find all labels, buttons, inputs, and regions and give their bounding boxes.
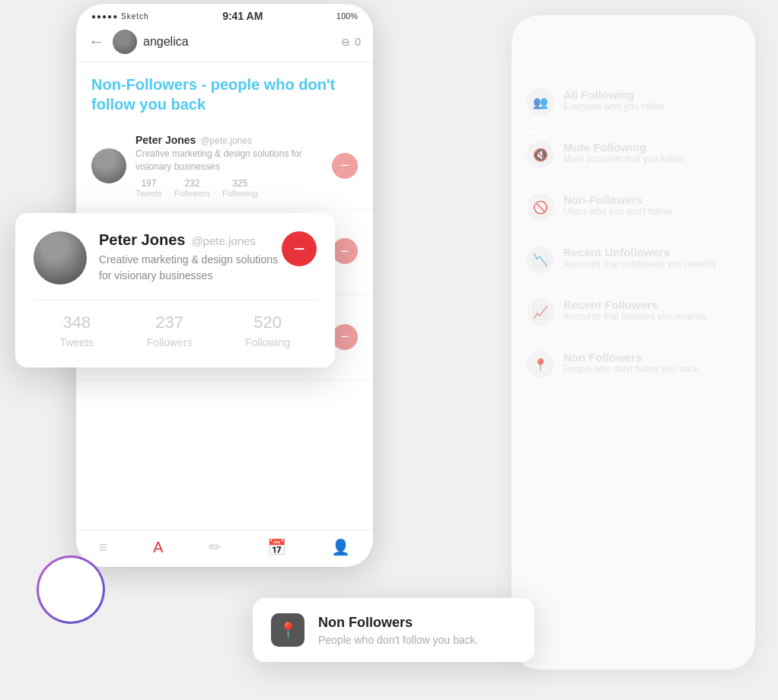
popup-handle: @pete.jones [191,234,255,247]
tooltip-card: 📍 Non Followers People who don't follow … [253,598,534,662]
bg-menu-item-1: 👥 All Following Everyone who you follow. [527,76,740,129]
popup-stat-tweets: 348 Tweets [60,313,94,349]
nav-avatar-image [113,30,137,54]
user-bio-peter: Creative marketing & design solutions fo… [136,148,332,173]
tab-bar: ≡ A ✏ 📅 👤 [76,530,373,567]
back-button[interactable]: ← [88,32,105,52]
tab-compose[interactable]: ✏ [209,538,222,556]
popup-stat-following: 520 Following [245,313,290,349]
circle-accent [37,555,105,624]
bg-menu-item-5: 📈 Recent Followers Accounts that followe… [527,286,740,339]
bg-item-sub-3: Users who you don't follow. [563,206,674,217]
bg-menu-item-3: 🚫 Non-Followers Users who you don't foll… [527,181,740,234]
unfollow-button-peter[interactable]: − [332,153,358,179]
popup-stat-tweets-label: Tweets [60,336,94,348]
nav-avatar [113,30,137,54]
nav-minus-icon: ⊖ [341,36,350,48]
nav-username: angelica [143,35,341,49]
user-name-peter: Peter Jones [136,134,196,146]
bg-item-title-5: Recent Followers [563,298,709,311]
bg-item-sub-4: Accounts that unfollowed you recently. [563,259,719,269]
stat-following-label-peter: Following [222,189,257,198]
bg-item-icon-3: 🚫 [527,193,554,221]
bg-item-icon-5: 📈 [527,298,554,326]
unfollow-button-amisha[interactable]: − [332,324,358,350]
status-signal: ●●●●● Sketch [91,12,149,21]
background-phone-right: 👥 All Following Everyone who you follow.… [512,15,755,670]
popup-avatar [33,231,87,285]
bg-item-title-3: Non-Followers [563,193,674,206]
popup-stat-following-label: Following [245,336,290,348]
stat-following-num-peter: 325 [222,178,257,189]
bg-menu-item-6: 📍 Non Followers People who don't follow … [527,339,740,391]
popup-unfollow-button[interactable]: − [282,231,317,266]
bg-item-title-2: Mute Following [563,141,686,154]
tab-calendar[interactable]: 📅 [267,538,286,556]
tooltip-subtitle: People who don't follow you back. [318,634,478,646]
bg-item-icon-1: 👥 [527,88,554,116]
unfollow-button-alex[interactable]: − [332,238,358,264]
nav-count: 0 [355,36,361,48]
status-bar: ●●●●● Sketch 9:41 AM 100% [76,4,373,25]
bg-item-sub-5: Accounts that followed you recently. [563,311,709,322]
bg-item-icon-4: 📉 [527,246,554,273]
status-battery: 100% [336,11,358,21]
bg-item-title-4: Recent Unfollowers [563,246,719,259]
bg-item-sub-1: Everyone who you follow. [563,101,666,112]
stat-tweets-num-peter: 197 [136,178,162,189]
popup-user-info: Peter Jones @pete.jones Creative marketi… [99,231,282,284]
tab-search[interactable]: A [153,539,163,556]
tooltip-title: Non Followers [318,615,478,631]
bg-item-icon-2: 🔇 [527,141,554,168]
avatar-peter [91,148,126,183]
nav-bar: ← angelica ⊖ 0 [76,25,373,62]
stat-followers-label-peter: Followers [174,189,210,198]
page-header: Non-Followers - people who don't follow … [76,62,373,123]
page-title: Non-Followers - people who don't follow … [91,75,358,114]
tab-home[interactable]: ≡ [99,539,108,556]
tab-profile[interactable]: 👤 [331,538,350,556]
popup-stats: 348 Tweets 237 Followers 520 Following [33,300,317,349]
profile-popup: Peter Jones @pete.jones Creative marketi… [15,213,335,368]
bg-menu-item-2: 🔇 Mute Following Mute accounts that you … [527,129,740,181]
popup-name: Peter Jones [99,231,185,249]
stat-tweets-label-peter: Tweets [136,189,162,198]
popup-bio: Creative marketing & design solutions fo… [99,252,282,284]
stat-followers-num-peter: 232 [174,178,210,189]
popup-header: Peter Jones @pete.jones Creative marketi… [33,231,317,285]
tooltip-text: Non Followers People who don't follow yo… [318,615,478,646]
list-item-peter[interactable]: Peter Jones @pete.jones Creative marketi… [76,123,373,209]
bg-item-sub-2: Mute accounts that you follow. [563,154,686,164]
popup-stat-followers-num: 237 [147,313,193,332]
nav-actions: ⊖ 0 [341,36,361,48]
tooltip-icon: 📍 [271,613,305,647]
bg-item-sub-6: People who don't follow you back. [563,364,700,374]
bg-item-title-6: Non Followers [563,351,700,364]
user-info-peter: Peter Jones @pete.jones Creative marketi… [136,134,332,198]
user-handle-peter: @pete.jones [200,135,252,146]
status-time: 9:41 AM [222,10,263,22]
bg-item-icon-6: 📍 [527,351,554,378]
bg-item-title-1: All Following [563,88,666,101]
bg-menu-item-4: 📉 Recent Unfollowers Accounts that unfol… [527,234,740,286]
user-stats-peter: 197 Tweets 232 Followers 325 Following [136,178,332,198]
popup-stat-followers-label: Followers [147,336,193,348]
popup-stat-tweets-num: 348 [60,313,94,332]
popup-stat-followers: 237 Followers [147,313,193,349]
popup-stat-following-num: 520 [245,313,290,332]
